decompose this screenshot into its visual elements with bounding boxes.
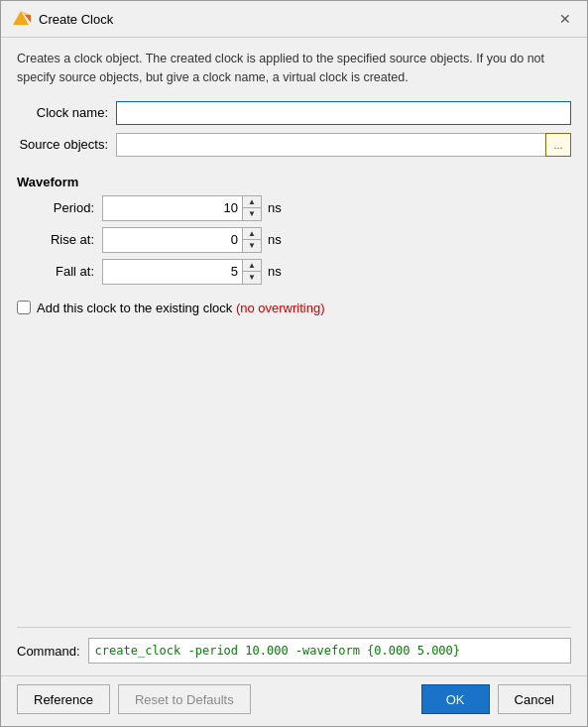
period-label: Period: [33, 200, 102, 215]
app-logo-icon [11, 9, 31, 29]
clock-name-row: Clock name: [17, 101, 571, 125]
close-button[interactable]: ✕ [553, 7, 577, 31]
rise-at-label: Rise at: [33, 232, 102, 247]
fall-at-label: Fall at: [33, 264, 102, 279]
fall-at-unit: ns [268, 264, 282, 279]
rise-at-row: Rise at: ▲ ▼ ns [33, 227, 571, 253]
period-row: Period: ▲ ▼ ns [33, 195, 571, 221]
rise-at-up-button[interactable]: ▲ [243, 228, 261, 240]
rise-at-unit: ns [268, 232, 282, 247]
reset-defaults-button[interactable]: Reset to Defaults [118, 684, 251, 714]
waveform-section: Period: ▲ ▼ ns Rise at: [17, 195, 571, 291]
period-spinner-buttons: ▲ ▼ [242, 196, 261, 220]
clock-name-input[interactable] [116, 101, 571, 125]
rise-at-spinner-buttons: ▲ ▼ [242, 228, 261, 252]
checkbox-note: (no overwriting) [236, 301, 325, 315]
dialog-title: Create Clock [39, 12, 113, 27]
fall-at-up-button[interactable]: ▲ [243, 260, 261, 272]
create-clock-dialog: Create Clock ✕ Creates a clock object. T… [0, 0, 588, 727]
checkbox-row: Add this clock to the existing clock (no… [17, 301, 571, 315]
rise-at-input[interactable] [103, 228, 242, 252]
dialog-body: Creates a clock object. The created cloc… [1, 38, 587, 675]
period-input[interactable] [103, 196, 242, 220]
clock-name-label: Clock name: [17, 105, 116, 120]
command-value: create_clock -period 10.000 -waveform {0… [88, 638, 571, 664]
command-row: Command: create_clock -period 10.000 -wa… [17, 638, 571, 664]
title-bar: Create Clock ✕ [1, 1, 587, 38]
ok-button[interactable]: OK [421, 684, 490, 714]
period-unit: ns [268, 200, 282, 215]
title-bar-left: Create Clock [11, 9, 113, 29]
reference-button[interactable]: Reference [17, 684, 110, 714]
svg-marker-0 [13, 11, 29, 25]
period-spinner: ▲ ▼ [102, 195, 262, 221]
source-objects-input[interactable] [116, 133, 545, 157]
fall-at-spinner-buttons: ▲ ▼ [242, 260, 261, 284]
browse-button[interactable]: ... [545, 133, 571, 157]
cancel-button[interactable]: Cancel [498, 684, 571, 714]
fall-at-spinner: ▲ ▼ [102, 259, 262, 285]
fall-at-input[interactable] [103, 260, 242, 284]
source-objects-label: Source objects: [17, 137, 116, 152]
footer: Reference Reset to Defaults OK Cancel [1, 675, 587, 726]
period-down-button[interactable]: ▼ [243, 208, 261, 220]
add-clock-checkbox[interactable] [17, 301, 31, 314]
fall-at-row: Fall at: ▲ ▼ ns [33, 259, 571, 285]
rise-at-spinner: ▲ ▼ [102, 227, 262, 253]
rise-at-down-button[interactable]: ▼ [243, 240, 261, 252]
description-text: Creates a clock object. The created cloc… [17, 50, 571, 87]
command-section: Command: create_clock -period 10.000 -wa… [17, 627, 571, 664]
fall-at-down-button[interactable]: ▼ [243, 272, 261, 284]
spacer [17, 315, 571, 620]
source-objects-input-wrap: ... [116, 133, 571, 157]
waveform-header: Waveform [17, 175, 571, 189]
command-label: Command: [17, 644, 80, 659]
period-up-button[interactable]: ▲ [243, 196, 261, 208]
add-clock-label[interactable]: Add this clock to the existing clock (no… [37, 301, 324, 315]
source-objects-row: Source objects: ... [17, 133, 571, 157]
